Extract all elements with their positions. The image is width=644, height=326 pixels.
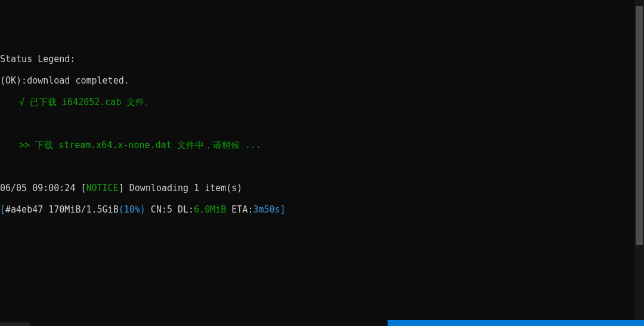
progress-id-size: #a4eb47 170MiB/1.5GiB [5,204,119,215]
blank-line [0,118,644,129]
downloaded-text: 已下载 i642052.cab 文件。 [30,97,153,107]
blank-line [0,161,644,172]
status-legend-ok: (OK):download completed. [0,75,644,86]
progress-dl-speed: 6.0MiB [194,204,226,215]
progress-line: [#a4eb47 170MiB/1.5GiB(10%) CN:5 DL:6.0M… [0,204,644,215]
notice-label: NOTICE [86,183,119,193]
downloaded-line: √ 已下载 i642052.cab 文件。 [0,97,644,107]
status-legend-title: Status Legend: [0,54,644,64]
progress-bracket-open: [ [0,204,5,215]
notice-text: Downloading 1 item(s) [124,183,243,193]
bracket-open: [ [80,183,86,193]
taskbar-fragment-right [388,320,644,326]
timestamp: 06/05 09:00:24 [0,183,80,193]
progress-bracket-close: ] [280,204,286,215]
downloading-line: >> 下载 stream.x64.x-none.dat 文件中，请稍候 ... [0,140,644,150]
arrow-icon: >> [19,140,35,150]
notice-line: 06/05 09:00:24 [NOTICE] Downloading 1 it… [0,183,644,193]
check-icon: √ [19,97,30,107]
scrollbar-track[interactable] [634,0,644,326]
downloading-text: 下载 stream.x64.x-none.dat 文件中，请稍候 ... [35,140,261,150]
bracket-close: ] [119,183,124,193]
scrollbar-thumb[interactable] [636,6,643,245]
progress-cn-dl-label: CN:5 DL: [145,204,194,215]
taskbar-fragment-left [0,322,30,326]
progress-percent: (10%) [119,204,145,215]
terminal-output: Status Legend: (OK):download completed. … [0,43,644,226]
progress-eta-value: 3m50s [253,204,280,215]
progress-eta-label: ETA: [226,204,253,215]
